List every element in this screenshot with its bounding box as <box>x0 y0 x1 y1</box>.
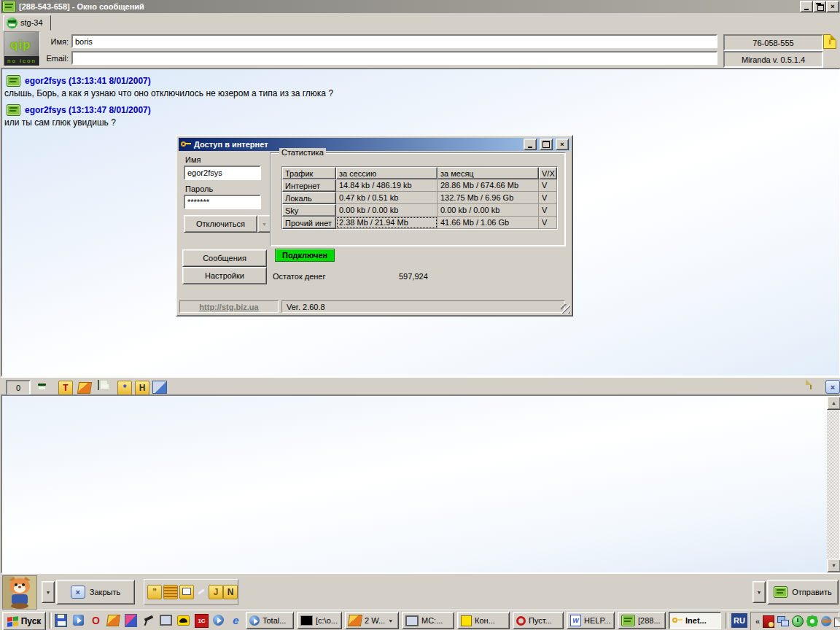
start-button[interactable]: Пуск <box>2 612 46 630</box>
own-avatar[interactable] <box>2 575 37 610</box>
task-total-commander[interactable]: Total... <box>246 612 294 629</box>
quicklaunch-telescope-icon[interactable] <box>142 614 155 626</box>
resize-grip[interactable] <box>561 304 570 314</box>
table-cell[interactable]: 0.00 kb / 0.00 kb <box>336 204 438 217</box>
status-version-cell: Ver. 2.60.8 <box>281 300 565 313</box>
col-header[interactable]: V/X <box>539 167 557 179</box>
name-field[interactable] <box>71 34 718 48</box>
close-button[interactable]: × <box>826 1 839 12</box>
key-icon <box>181 140 191 149</box>
task-word-help[interactable]: WHELP... <box>567 612 615 629</box>
new-message-icon[interactable] <box>810 379 812 389</box>
dialog-titlebar[interactable]: Доступ в интернет × <box>179 138 570 151</box>
col-header[interactable]: за месяц <box>438 167 539 179</box>
dialog-messages-button[interactable]: Сообщения <box>182 249 267 267</box>
col-header[interactable]: за сессию <box>336 167 438 179</box>
notes-icon[interactable]: N <box>223 585 238 599</box>
quicklaunch-opera-icon[interactable]: O <box>90 614 102 626</box>
row-header[interactable]: Интернет <box>282 179 336 192</box>
send-icon <box>774 586 788 598</box>
dialog-maximize-button[interactable] <box>540 139 553 150</box>
user-details-icon[interactable]: i <box>823 34 836 49</box>
close-tab-icon[interactable]: × <box>825 380 840 394</box>
table-cell-selected[interactable]: 2.38 Mb / 21.94 Mb <box>336 217 438 229</box>
restore-button[interactable] <box>813 1 826 12</box>
tray-mail-icon[interactable] <box>834 615 840 627</box>
tab-stg-34[interactable]: stg-34 <box>3 15 51 31</box>
task-winamp-group[interactable]: 2 W... ▼ <box>345 612 399 629</box>
table-cell[interactable]: V <box>539 179 557 192</box>
window-select-icon[interactable] <box>179 585 194 599</box>
quicklaunch-tools-icon[interactable] <box>125 614 137 626</box>
save-icon[interactable] <box>98 380 99 390</box>
table-cell[interactable]: 28.86 Mb / 674.66 Mb <box>438 179 539 192</box>
traffic-table: Трафик за сессию за месяц V/X Интернет 1… <box>281 166 558 230</box>
task-opera[interactable]: Пуст... <box>513 612 564 629</box>
col-header[interactable]: Трафик <box>282 167 336 179</box>
quote-icon[interactable]: ” <box>147 585 162 599</box>
html-icon[interactable]: H <box>135 381 149 395</box>
scroll-down-icon[interactable]: ▼ <box>827 559 840 572</box>
window-titlebar[interactable]: [288-543-658] - Окно сообщений × <box>1 0 840 13</box>
close-button-bottom[interactable]: × Закрыть <box>56 580 135 604</box>
quicklaunch-remote-icon[interactable] <box>160 614 172 626</box>
email-field[interactable] <box>71 51 718 65</box>
row-header[interactable]: Прочий инет <box>282 217 336 229</box>
statistics-group-title: Статистика <box>279 148 326 157</box>
dialog-close-button[interactable]: × <box>556 139 569 150</box>
email-label: Email: <box>1 51 69 66</box>
dialog-minimize-button[interactable] <box>524 139 537 150</box>
history-icon[interactable]: J <box>209 585 223 599</box>
quicklaunch-mediaplayer-icon[interactable] <box>212 614 225 626</box>
tray-network-icon[interactable] <box>777 615 789 627</box>
template-text-icon[interactable] <box>163 585 178 599</box>
row-header[interactable]: Локаль <box>282 192 336 204</box>
close-options-dropdown[interactable]: ▼ <box>42 581 55 603</box>
scroll-up-icon[interactable]: ▲ <box>827 396 840 410</box>
font-color-icon[interactable]: T <box>58 381 73 395</box>
input-scrollbar[interactable]: ▲ ▼ <box>827 396 839 572</box>
char-counter: 0 <box>6 380 31 395</box>
task-qip-window[interactable]: [288... <box>618 612 666 629</box>
table-cell[interactable]: V <box>539 217 557 229</box>
send-options-dropdown[interactable]: ▼ <box>752 581 766 603</box>
quote-key-icon[interactable] <box>152 381 167 394</box>
website-link[interactable]: http://stg.biz.ua <box>199 303 258 311</box>
disconnect-button[interactable]: Отключиться <box>184 215 257 233</box>
table-cell[interactable]: 132.75 Mb / 6.96 Gb <box>438 192 539 204</box>
task-mc[interactable]: MC:... <box>402 612 454 629</box>
tray-clock-icon[interactable] <box>792 615 804 627</box>
quicklaunch-winamp-icon[interactable] <box>107 614 120 626</box>
dialog-settings-button[interactable]: Настройки <box>182 267 267 284</box>
statistics-group: Статистика Трафик за сессию за месяц V/X… <box>270 152 566 246</box>
table-cell[interactable]: 41.66 Mb / 1.06 Gb <box>438 217 539 229</box>
task-console2[interactable]: Кон... <box>457 612 510 629</box>
quicklaunch-batman-icon[interactable] <box>177 614 190 626</box>
tray-miranda-icon[interactable] <box>763 615 774 627</box>
dialog-password-field[interactable] <box>184 195 261 209</box>
table-cell[interactable]: 14.84 kb / 486.19 kb <box>336 179 438 192</box>
quicklaunch-1c-icon[interactable]: 1C <box>195 614 209 628</box>
quicklaunch-mail-icon[interactable] <box>72 614 85 626</box>
tray-icq-icon[interactable] <box>806 615 818 627</box>
internet-access-dialog[interactable]: Доступ в интернет × Имя Пароль Отключить… <box>176 135 573 316</box>
tray-chevron-icon[interactable]: « <box>755 615 760 627</box>
task-inet-dialog[interactable]: Inet... <box>669 612 721 629</box>
group-dropdown-icon[interactable]: ▼ <box>388 618 393 623</box>
minimize-button[interactable] <box>800 1 813 12</box>
table-cell[interactable]: 0.47 kb / 0.51 kb <box>336 192 438 204</box>
quicklaunch-save-icon[interactable] <box>55 614 67 626</box>
row-header[interactable]: Sky <box>282 204 336 217</box>
tray-globe-icon[interactable] <box>821 615 831 627</box>
send-button[interactable]: Отправить <box>767 580 839 604</box>
task-console[interactable]: [c:\o... <box>297 612 342 629</box>
table-cell[interactable]: 0.00 kb / 0.00 kb <box>438 204 539 217</box>
snowflake-icon[interactable]: * <box>117 381 132 395</box>
language-indicator[interactable]: RU <box>731 613 747 628</box>
quicklaunch-ie-icon[interactable]: e <box>230 614 242 626</box>
dialog-name-field[interactable] <box>184 166 261 180</box>
message-input[interactable]: ▲ ▼ <box>1 394 840 574</box>
table-cell[interactable]: V <box>539 204 557 217</box>
table-cell[interactable]: V <box>539 192 557 204</box>
background-color-icon[interactable] <box>77 382 92 394</box>
